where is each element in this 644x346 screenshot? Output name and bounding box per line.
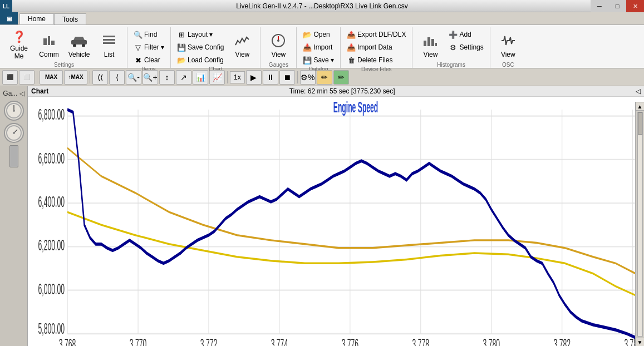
- pencil-btn-2[interactable]: ✏: [333, 70, 349, 85]
- chart-view-button[interactable]: View: [228, 28, 257, 62]
- zoom-in-button[interactable]: 🔍+: [142, 70, 158, 85]
- nav-btn-6[interactable]: 📈: [209, 70, 225, 85]
- ribbon-group-osc: View OSC: [490, 27, 526, 68]
- svg-text:6,000.00: 6,000.00: [38, 280, 65, 298]
- osc-group-label: OSC: [502, 62, 514, 69]
- chart-pin[interactable]: ◁: [636, 87, 641, 95]
- gauges-view-button[interactable]: View: [264, 28, 293, 62]
- svg-point-18: [13, 110, 15, 112]
- panel-scroll-thumb[interactable]: [9, 145, 18, 167]
- ribbon-group-gauges: View Gauges: [260, 27, 297, 68]
- toolbar-btn-1[interactable]: ⬛: [2, 70, 18, 85]
- nav-btn-2[interactable]: ⟨: [109, 70, 125, 85]
- ribbon-group-items: 🔍 Find ▽ Filter ▾ ✖ Clear Items: [127, 27, 171, 68]
- titlebar: LL LiveLink Gen-II v.2.4.7 - ...Desktop\…: [0, 0, 644, 12]
- scroll-track[interactable]: [637, 112, 643, 337]
- stop-button[interactable]: ⏹: [279, 70, 295, 85]
- import-icon: 📥: [303, 43, 312, 52]
- ribbon-content: ❓ Guide Me Comm: [0, 24, 644, 68]
- histograms-view-button[interactable]: View: [416, 28, 445, 62]
- osc-icon: [499, 32, 517, 50]
- save-button[interactable]: 💾 Save ▾: [300, 54, 337, 66]
- vehicle-button[interactable]: Vehicle: [65, 28, 94, 62]
- save-config-button[interactable]: 💾 Save Config: [174, 41, 227, 53]
- scroll-down-btn[interactable]: ▼: [636, 338, 645, 346]
- import-button[interactable]: 📥 Import: [300, 41, 337, 53]
- svg-text:3,774: 3,774: [271, 335, 288, 346]
- toolbar-sep-3: [227, 71, 228, 83]
- settings-group-label: Settings: [54, 62, 74, 69]
- gauges-icon: [269, 32, 287, 50]
- clear-button[interactable]: ✖ Clear: [131, 54, 167, 66]
- window-controls: ─ □ ✕: [591, 0, 644, 12]
- svg-text:3,772: 3,772: [200, 335, 217, 346]
- ribbon: ▣ Home Tools ❓ Guide Me: [0, 12, 644, 68]
- app-icon: LL: [0, 0, 12, 12]
- comm-button[interactable]: Comm: [35, 28, 63, 62]
- layout-button[interactable]: ⊞ Layout ▾: [174, 28, 227, 41]
- list-button[interactable]: List: [95, 28, 124, 62]
- minimize-button[interactable]: ─: [591, 0, 608, 12]
- main-area: Ga... ◁ Chart Time: 62 min 55 sec [3775.…: [0, 86, 644, 346]
- osc-view-button[interactable]: View: [494, 28, 523, 62]
- chart-title-label: Chart: [31, 87, 48, 95]
- svg-rect-7: [103, 39, 115, 41]
- svg-rect-2: [51, 41, 55, 45]
- histogram-settings-button[interactable]: ⚙ Settings: [446, 41, 486, 53]
- find-button[interactable]: 🔍 Find: [131, 28, 167, 41]
- gauge-1[interactable]: [4, 101, 24, 121]
- export-icon: 📤: [347, 30, 356, 39]
- export-dlf-button[interactable]: 📤 Export DLF/DLX: [344, 28, 409, 41]
- delete-files-button[interactable]: 🗑 Delete Files: [344, 54, 409, 66]
- window-title: LiveLink Gen-II v.2.4.7 - ...Desktop\RX3…: [236, 2, 408, 10]
- import-data-button[interactable]: 📥 Import Data: [344, 41, 409, 53]
- svg-text:3,778: 3,778: [412, 335, 429, 346]
- chart-area: Chart Time: 62 min 55 sec [3775.230 sec]…: [28, 86, 644, 346]
- chart-scrollbar[interactable]: ▲ ▼: [635, 102, 644, 346]
- svg-rect-1: [48, 36, 50, 45]
- list-icon: [100, 32, 118, 50]
- pencil-btn-1[interactable]: ✏: [317, 70, 332, 85]
- tab-tools[interactable]: Tools: [54, 13, 86, 24]
- ribbon-group-device-files: 📤 Export DLF/DLX 📥 Import Data 🗑 Delete …: [341, 27, 412, 68]
- chart-view-icon: [233, 32, 251, 50]
- nav-btn-1[interactable]: ⟨⟨: [92, 70, 108, 85]
- scroll-up-btn[interactable]: ▲: [636, 102, 645, 111]
- settings-btn[interactable]: ⚙%: [300, 70, 316, 85]
- add-histogram-button[interactable]: ➕ Add: [446, 28, 486, 41]
- svg-rect-15: [435, 43, 437, 46]
- svg-text:3,776: 3,776: [342, 335, 358, 346]
- maximize-button[interactable]: □: [608, 0, 626, 12]
- toolbar-sep-2: [90, 71, 90, 83]
- settings-icon: ⚙: [449, 43, 458, 52]
- delete-icon: 🗑: [347, 56, 356, 65]
- svg-text:3,770: 3,770: [130, 335, 147, 346]
- gauge-2[interactable]: [4, 123, 24, 143]
- device-files-group-label: Device Files: [361, 66, 391, 73]
- chart-svg-container[interactable]: 6,800.00 6,600.00 6,400.00 6,200.00 6,00…: [28, 97, 644, 346]
- load-config-button[interactable]: 📂 Load Config: [174, 54, 227, 66]
- pause-button[interactable]: ⏸: [263, 70, 278, 85]
- items-buttons: 🔍 Find ▽ Filter ▾ ✖ Clear: [131, 27, 167, 66]
- filter-button[interactable]: ▽ Filter ▾: [131, 41, 167, 53]
- gauge-panel-label[interactable]: Ga... ◁: [2, 88, 25, 98]
- nav-btn-5[interactable]: 📊: [193, 70, 208, 85]
- tab-home[interactable]: Home: [19, 13, 54, 24]
- nav-btn-3[interactable]: ↕: [159, 70, 175, 85]
- max-btn-1[interactable]: MAX: [40, 70, 63, 85]
- scroll-thumb[interactable]: [638, 112, 642, 135]
- svg-text:6,200.00: 6,200.00: [38, 237, 65, 254]
- close-button[interactable]: ✕: [626, 0, 644, 12]
- play-button[interactable]: ▶: [246, 70, 262, 85]
- zoom-out-button[interactable]: 🔍-: [126, 70, 141, 85]
- max-btn-2[interactable]: ↑MAX: [64, 70, 87, 85]
- guide-me-button[interactable]: ❓ Guide Me: [4, 28, 33, 62]
- nav-btn-4[interactable]: ↗: [176, 70, 191, 85]
- open-button[interactable]: 📂 Open: [300, 28, 337, 41]
- add-icon: ➕: [449, 30, 458, 39]
- items-col: 🔍 Find ▽ Filter ▾ ✖ Clear: [131, 28, 167, 66]
- app-menu-button[interactable]: ▣: [0, 12, 18, 24]
- svg-text:6,800.00: 6,800.00: [38, 106, 65, 123]
- svg-rect-12: [424, 41, 426, 46]
- toolbar-btn-2[interactable]: ⬜: [19, 70, 35, 85]
